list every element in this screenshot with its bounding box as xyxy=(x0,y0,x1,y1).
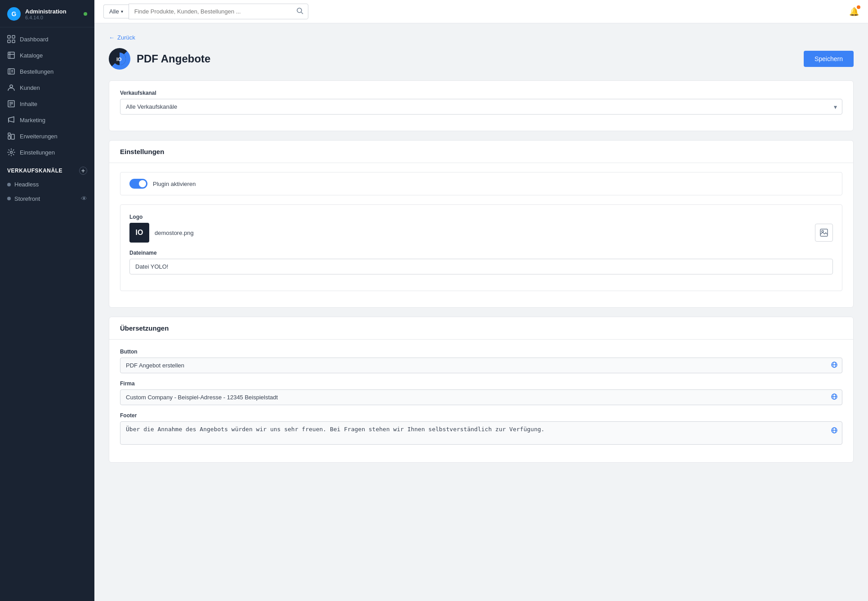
globe-icon xyxy=(831,361,838,370)
sidebar-item-marketing-label: Marketing xyxy=(20,117,45,124)
dateiname-input[interactable] xyxy=(129,259,833,274)
verkaufskanal-group: Verkaufskanal Alle Verkaufskanäle Headle… xyxy=(120,90,842,115)
status-dot xyxy=(84,12,87,16)
verkaufskanal-select-wrap: Alle Verkaufskanäle Headless Storefront xyxy=(120,99,842,115)
svg-point-20 xyxy=(297,8,302,13)
search-input-wrap xyxy=(129,4,308,19)
page-icon: IO xyxy=(109,48,130,70)
page-title-area: IO PDF Angebote xyxy=(109,48,210,70)
verkaufskanal-card-body: Verkaufskanal Alle Verkaufskanäle Headle… xyxy=(109,81,853,131)
sidebar-header: G Administration 6.4.14.0 xyxy=(0,0,94,27)
sidebar-item-einstellungen-label: Einstellungen xyxy=(20,149,55,156)
firma-label: Firma xyxy=(120,380,842,387)
sidebar-item-headless[interactable]: Headless xyxy=(0,177,94,191)
sidebar-item-bestellungen[interactable]: Bestellungen xyxy=(0,63,94,80)
uebersetzungen-card-body: Button Firma xyxy=(109,340,853,462)
logo-settings-card: Logo IO demostore.png xyxy=(120,204,842,291)
verkaufskanal-label: Verkaufskanal xyxy=(120,90,842,96)
svg-rect-26 xyxy=(820,229,828,236)
sidebar-item-erweiterungen-label: Erweiterungen xyxy=(20,133,58,140)
sidebar-item-storefront[interactable]: Storefront 👁 xyxy=(0,191,94,206)
search-filter-label: Alle xyxy=(109,8,119,15)
button-input-wrap xyxy=(120,358,842,373)
firma-input[interactable] xyxy=(120,389,842,405)
footer-globe-icon xyxy=(831,427,838,436)
erweiterungen-icon xyxy=(7,132,15,140)
footer-textarea[interactable]: Über die Annahme des Angebots würden wir… xyxy=(120,421,842,445)
svg-rect-17 xyxy=(11,134,14,139)
dashboard-icon xyxy=(7,35,15,43)
storefront-status-dot xyxy=(7,197,11,200)
sidebar-item-dashboard-label: Dashboard xyxy=(20,36,49,43)
uebersetzungen-section-title: Übersetzungen xyxy=(109,317,853,340)
toggle-slider xyxy=(129,179,147,189)
app-version: 6.4.14.0 xyxy=(25,15,79,20)
plugin-toggle[interactable] xyxy=(129,179,147,189)
verkaufskanal-select[interactable]: Alle Verkaufskanäle Headless Storefront xyxy=(120,99,842,115)
firma-group: Firma xyxy=(120,380,842,405)
headless-label: Headless xyxy=(14,181,39,188)
svg-point-19 xyxy=(10,151,13,154)
storefront-label: Storefront xyxy=(14,195,40,202)
search-input[interactable] xyxy=(129,5,292,18)
einstellungen-card: Einstellungen Plugin aktivieren Logo xyxy=(109,140,854,308)
notification-bell[interactable]: 🔔 xyxy=(849,7,859,17)
app-logo: G xyxy=(7,7,21,21)
topbar-right: 🔔 xyxy=(849,7,859,17)
firma-input-wrap xyxy=(120,389,842,405)
einstellungen-section-title: Einstellungen xyxy=(109,141,853,163)
svg-rect-4 xyxy=(8,52,14,58)
sidebar-item-inhalte-label: Inhalte xyxy=(20,101,37,107)
eye-icon: 👁 xyxy=(81,195,87,202)
notification-badge xyxy=(857,5,860,9)
main-wrapper: Alle ▾ 🔔 ← Zurück xyxy=(94,0,868,601)
verkaufskanaele-header: Verkaufskanäle + xyxy=(0,160,94,177)
app-name: Administration xyxy=(25,8,79,15)
sidebar-item-kataloge[interactable]: Kataloge xyxy=(0,47,94,63)
footer-textarea-wrap: Über die Annahme des Angebots würden wir… xyxy=(120,421,842,446)
verkaufskanal-card: Verkaufskanal Alle Verkaufskanäle Headle… xyxy=(109,80,854,131)
search-icon[interactable] xyxy=(292,4,308,19)
sidebar-item-erweiterungen[interactable]: Erweiterungen xyxy=(0,128,94,144)
marketing-icon xyxy=(7,116,15,124)
inhalte-icon xyxy=(7,100,15,108)
image-icon xyxy=(819,228,828,237)
svg-marker-14 xyxy=(9,117,14,122)
button-label: Button xyxy=(120,349,842,355)
button-input[interactable] xyxy=(120,358,842,373)
kunden-icon xyxy=(7,84,15,92)
pdf-icon-svg: IO xyxy=(113,53,126,65)
footer-label: Footer xyxy=(120,412,842,419)
sidebar-item-einstellungen[interactable]: Einstellungen xyxy=(0,144,94,160)
breadcrumb[interactable]: ← Zurück xyxy=(109,34,854,41)
logo-upload-button[interactable] xyxy=(815,224,833,242)
sidebar-item-kunden[interactable]: Kunden xyxy=(0,80,94,96)
svg-rect-1 xyxy=(12,35,15,38)
topbar: Alle ▾ 🔔 xyxy=(94,0,868,23)
search-filter-button[interactable]: Alle ▾ xyxy=(103,4,129,18)
svg-rect-7 xyxy=(8,69,14,74)
einstellungen-card-body: Plugin aktivieren Logo IO demostore.png xyxy=(109,163,853,307)
kataloge-icon xyxy=(7,51,15,59)
add-channel-button[interactable]: + xyxy=(79,167,87,175)
verkaufskanaele-label: Verkaufskanäle xyxy=(7,168,62,174)
button-group: Button xyxy=(120,349,842,373)
sidebar-item-dashboard[interactable]: Dashboard xyxy=(0,31,94,47)
save-button[interactable]: Speichern xyxy=(804,51,854,67)
sidebar-item-inhalte[interactable]: Inhalte xyxy=(0,96,94,112)
uebersetzungen-card: Übersetzungen Button Firma xyxy=(109,317,854,463)
sidebar-item-kataloge-label: Kataloge xyxy=(20,52,43,59)
sidebar-nav: Dashboard Kataloge Bestellungen Kunden I… xyxy=(0,27,94,601)
firma-globe-icon xyxy=(831,393,838,402)
bestellungen-icon xyxy=(7,67,15,75)
sidebar-item-bestellungen-label: Bestellungen xyxy=(20,68,53,75)
plugin-toggle-row: Plugin aktivieren xyxy=(120,172,842,195)
svg-rect-3 xyxy=(12,40,15,43)
content-area: ← Zurück IO PDF Angebote Speich xyxy=(94,23,868,601)
sidebar-item-marketing[interactable]: Marketing xyxy=(0,112,94,128)
app-info: Administration 6.4.14.0 xyxy=(25,8,79,20)
breadcrumb-arrow: ← xyxy=(109,34,115,41)
footer-group: Footer Über die Annahme des Angebots wür… xyxy=(120,412,842,446)
logo-area: IO demostore.png xyxy=(129,223,833,243)
breadcrumb-label: Zurück xyxy=(117,34,135,41)
